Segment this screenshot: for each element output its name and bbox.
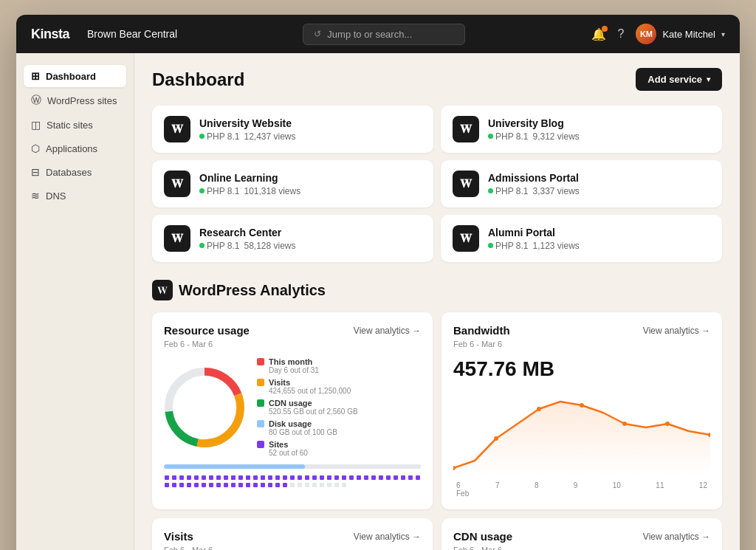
bandwidth-link[interactable]: View analytics → — [643, 326, 710, 336]
sidebar-item-dashboard[interactable]: ⊞ Dashboard — [24, 65, 126, 87]
visits-link[interactable]: View analytics → — [354, 532, 421, 542]
legend-item: Disk usage 80 GB out of 100 GB — [257, 419, 421, 436]
views-count: 1,123 views — [532, 241, 579, 251]
analytics-section-title: 𝐖 WordPress Analytics — [152, 280, 722, 300]
top-nav: Kinsta Brown Bear Central ↺ Jump to or s… — [16, 15, 740, 53]
sidebar-item-databases[interactable]: ⊟ Databases — [24, 161, 126, 183]
views-count: 3,337 views — [532, 186, 579, 196]
legend-text: Sites 52 out of 60 — [269, 440, 308, 457]
notification-button[interactable]: 🔔 — [591, 27, 606, 41]
sites-grid: 𝐖 University Website PHP 8.1 12,437 view… — [152, 106, 722, 262]
bandwidth-date: Feb 6 - Mar 6 — [453, 340, 710, 348]
sidebar-item-label: Static sites — [47, 120, 93, 131]
cdn-date: Feb 6 - Mar 6 — [453, 546, 710, 550]
user-menu[interactable]: KM Kate Mitchel ▾ — [636, 24, 725, 44]
views-count: 9,312 views — [532, 131, 579, 142]
status-dot — [488, 243, 493, 248]
site-card[interactable]: 𝐖 University Website PHP 8.1 12,437 view… — [152, 106, 433, 153]
resource-usage-header: Resource usage View analytics → — [164, 324, 421, 337]
bottom-cards: Visits View analytics → Feb 6 - Mar 6 CD… — [152, 518, 722, 550]
disk-progress — [164, 464, 305, 469]
svg-point-6 — [537, 407, 541, 411]
content-header: Dashboard Add service ▾ — [152, 68, 722, 91]
status-dot — [199, 134, 205, 139]
legend: This month Day 6 out of 31 Visits 424,65… — [257, 357, 421, 457]
user-name: Kate Mitchel — [662, 29, 715, 40]
analytics-grid: Resource usage View analytics → Feb 6 - … — [152, 312, 722, 509]
site-info: University Website PHP 8.1 12,437 views — [199, 117, 422, 142]
legend-dot — [257, 379, 264, 386]
sidebar-item-label: DNS — [46, 190, 66, 202]
php-badge: PHP 8.1 — [199, 241, 239, 251]
php-version: PHP 8.1 — [495, 186, 528, 196]
notification-dot — [602, 26, 608, 32]
legend-dot — [257, 420, 264, 427]
legend-dot — [257, 441, 264, 448]
progress-bars — [164, 464, 421, 488]
legend-text: Visits 424,655 out of 1,250,000 — [269, 378, 351, 395]
legend-item: CDN usage 520.55 GB out of 2,560 GB — [257, 399, 421, 416]
legend-dot — [257, 399, 264, 407]
sidebar-item-label: WordPress sites — [47, 95, 117, 106]
resource-usage-date: Feb 6 - Mar 6 — [164, 340, 421, 348]
chart-label: 9 — [574, 481, 578, 489]
php-version: PHP 8.1 — [207, 241, 239, 251]
visits-title: Visits — [164, 530, 193, 543]
search-input[interactable]: ↺ Jump to or search... — [303, 24, 465, 45]
cdn-link[interactable]: View analytics → — [643, 532, 710, 542]
sidebar-item-label: Applications — [46, 143, 97, 154]
php-version: PHP 8.1 — [207, 131, 239, 142]
php-badge: PHP 8.1 — [488, 241, 528, 251]
legend-text: Disk usage 80 GB out of 100 GB — [269, 419, 337, 436]
svg-point-5 — [494, 436, 498, 441]
databases-icon: ⊟ — [31, 166, 40, 178]
svg-point-8 — [622, 422, 627, 426]
site-meta: PHP 8.1 9,312 views — [488, 131, 710, 142]
visits-date: Feb 6 - Mar 6 — [164, 546, 421, 550]
site-card[interactable]: 𝐖 Research Center PHP 8.1 58,128 views — [152, 215, 433, 262]
resource-usage-title: Resource usage — [164, 324, 250, 337]
site-card[interactable]: 𝐖 University Blog PHP 8.1 9,312 views — [441, 106, 722, 153]
resource-usage-link[interactable]: View analytics → — [354, 326, 421, 336]
site-name-text: University Blog — [488, 117, 710, 129]
analytics-title-text: WordPress Analytics — [179, 282, 326, 299]
add-service-label: Add service — [647, 74, 702, 85]
wordpress-logo: 𝐖 — [164, 171, 190, 197]
chevron-down-icon: ▾ — [707, 75, 710, 83]
site-info: Admissions Portal PHP 8.1 3,337 views — [488, 172, 710, 196]
php-version: PHP 8.1 — [495, 241, 528, 251]
wordpress-logo: 𝐖 — [453, 171, 479, 197]
chart-label: 6 — [456, 481, 461, 489]
main-layout: ⊞ Dashboard Ⓦ WordPress sites ◫ Static s… — [16, 53, 740, 550]
php-badge: PHP 8.1 — [488, 186, 528, 196]
bandwidth-title: Bandwidth — [453, 324, 510, 337]
legend-item: Sites 52 out of 60 — [257, 440, 421, 457]
site-info: University Blog PHP 8.1 9,312 views — [488, 117, 710, 142]
views-count: 101,318 views — [244, 186, 300, 196]
legend-dot — [257, 358, 264, 365]
site-info: Online Learning PHP 8.1 101,318 views — [199, 172, 422, 196]
visits-card: Visits View analytics → Feb 6 - Mar 6 — [152, 518, 433, 550]
php-version: PHP 8.1 — [207, 186, 239, 196]
cdn-header: CDN usage View analytics → — [453, 530, 710, 543]
app-window: Kinsta Brown Bear Central ↺ Jump to or s… — [16, 15, 740, 550]
site-card[interactable]: 𝐖 Alumni Portal PHP 8.1 1,123 views — [441, 215, 722, 262]
help-button[interactable]: ? — [618, 27, 625, 41]
logo: Kinsta — [31, 27, 69, 42]
sidebar-item-wordpress-sites[interactable]: Ⓦ WordPress sites — [24, 89, 126, 112]
static-icon: ◫ — [31, 119, 41, 131]
sidebar-item-applications[interactable]: ⬡ Applications — [24, 137, 126, 159]
bandwidth-card: Bandwidth View analytics → Feb 6 - Mar 6… — [441, 312, 722, 509]
search-icon: ↺ — [314, 29, 321, 39]
add-service-button[interactable]: Add service ▾ — [636, 68, 722, 91]
bandwidth-value: 457.76 MB — [453, 357, 710, 381]
chart-month: Feb — [453, 489, 710, 498]
sidebar-item-static-sites[interactable]: ◫ Static sites — [24, 114, 126, 136]
site-card[interactable]: 𝐖 Online Learning PHP 8.1 101,318 views — [152, 160, 433, 207]
sidebar-item-dns[interactable]: ≋ DNS — [24, 185, 126, 207]
site-card[interactable]: 𝐖 Admissions Portal PHP 8.1 3,337 views — [441, 160, 722, 207]
legend-text: This month Day 6 out of 31 — [269, 357, 319, 374]
views-count: 12,437 views — [244, 131, 295, 142]
cdn-usage-card: CDN usage View analytics → Feb 6 - Mar 6 — [441, 518, 722, 550]
cdn-title: CDN usage — [453, 530, 512, 543]
